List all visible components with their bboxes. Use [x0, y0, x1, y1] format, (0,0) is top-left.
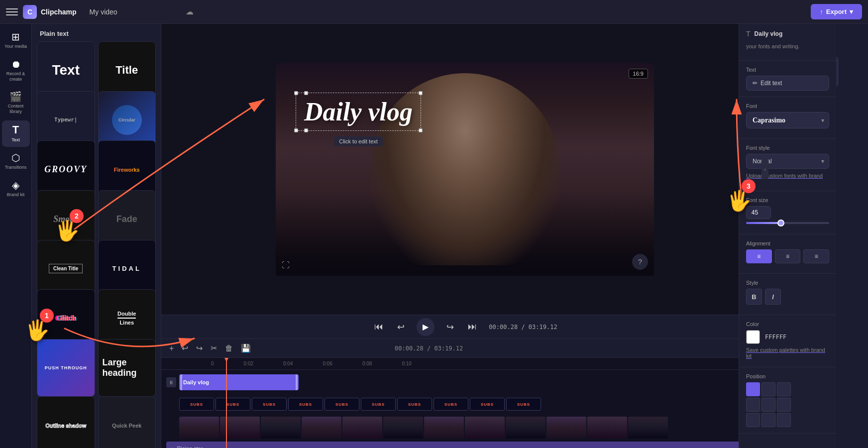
align-center-button[interactable]: ≡ [775, 249, 801, 263]
card-glitch-label: Glitch [56, 314, 76, 322]
pos-mid-right[interactable] [777, 398, 791, 412]
pos-bot-left[interactable] [746, 413, 760, 427]
card-fireworks-label: Fireworks [114, 167, 140, 173]
prop-subtitle: your fonts and writing. [746, 43, 829, 50]
pos-mid-left[interactable] [746, 398, 760, 412]
sidebar-item-your-media[interactable]: ⊞ Your media [2, 28, 30, 53]
alignment-section: Alignment ≡ ≡ ≡ [739, 234, 836, 274]
align-left-button[interactable]: ≡ [746, 249, 772, 263]
clip-name-title: Daily vlog [755, 30, 783, 37]
hamburger-icon[interactable] [6, 6, 18, 18]
audio-track[interactable]: ♪ Rising star [166, 442, 768, 448]
skip-back-button[interactable]: ⏮ [372, 320, 385, 334]
color-swatch[interactable] [746, 330, 760, 344]
save-custom-palettes-link[interactable]: Save custom palettes with brand kit [746, 347, 829, 359]
font-size-slider[interactable] [746, 222, 829, 224]
text-overlay[interactable]: Daily vlog Click to edit text [296, 93, 421, 131]
expand-icon[interactable]: ⛶ [282, 261, 290, 270]
app-name: Clipchamp [41, 8, 77, 16]
font-prop-section: Font Caprasimo Arial Georgia ▾ [739, 97, 836, 139]
play-pause-button[interactable]: ▶ [417, 318, 434, 336]
font-style-section: Font style Normal Bold Italic ▾ Upload c… [739, 139, 836, 191]
template-large-heading[interactable]: Large heading [98, 339, 156, 397]
card-groovy-label: GROOVY [44, 164, 87, 175]
skip-forward-button[interactable]: ⏭ [466, 320, 479, 334]
pos-mid-center[interactable] [761, 398, 775, 412]
ruler-marks: 0 0:02 0:04 0:06 0:08 0:10 [211, 361, 768, 366]
export-dropdown-icon: ▾ [850, 8, 853, 15]
track-pause-icon[interactable]: ⏸ [166, 377, 176, 387]
cloud-save-icon: ☁ [186, 7, 194, 16]
forward-5s-button[interactable]: ↪ [444, 320, 456, 335]
subs-item-7: SUBS [397, 398, 432, 411]
preview-container[interactable]: Daily vlog Click to edit text 16:9 ? ⛶ [276, 63, 654, 276]
video-thumbnails-row [166, 417, 768, 440]
handle-tm [304, 91, 308, 95]
pos-bot-right[interactable] [777, 413, 791, 427]
italic-button[interactable]: I [765, 289, 781, 305]
clip-left-handle[interactable] [180, 374, 182, 390]
thumb-4 [302, 417, 341, 439]
sidebar-item-text[interactable]: T Text [2, 120, 30, 147]
cut-button[interactable]: ✂ [209, 341, 219, 355]
clipchamp-logo: C [23, 5, 37, 19]
template-fade[interactable]: Fade [98, 190, 156, 248]
card-title-label: Title [115, 64, 138, 77]
align-right-button[interactable]: ≡ [803, 249, 829, 263]
panel-header: Plain text [32, 24, 161, 41]
your-media-label: Your media [4, 44, 27, 49]
time-display: 00:00.28 / 03:19.12 [489, 324, 557, 331]
preview-area: Daily vlog Click to edit text 16:9 ? ⛶ ‹ [161, 24, 768, 315]
sidebar-item-record[interactable]: ⏺ Record &create [2, 55, 30, 86]
content-label: Content library [4, 104, 28, 114]
alignment-label: Alignment [746, 240, 829, 246]
font-select[interactable]: Caprasimo Arial Georgia [746, 112, 829, 128]
aspect-ratio-badge: 16:9 [629, 69, 648, 79]
text-clip-track: ⏸ Daily vlog [166, 373, 768, 392]
collapse-panel-arrow[interactable]: ‹ [761, 159, 768, 179]
undo-button[interactable]: ↩ [180, 341, 190, 355]
help-badge[interactable]: ? [632, 254, 648, 270]
clip-daily-vlog[interactable]: Daily vlog [179, 374, 299, 390]
sidebar-item-brand[interactable]: ◈ Brand kit [2, 176, 30, 202]
pos-top-center[interactable] [761, 382, 775, 396]
sidebar-item-transitions[interactable]: ⬡ Transitions [2, 149, 30, 174]
video-thumbnails[interactable] [179, 417, 768, 440]
font-style-select[interactable]: Normal Bold Italic [746, 154, 829, 169]
ruler-mark-0: 0 [211, 361, 244, 366]
template-smoke[interactable]: Smoke [37, 190, 95, 248]
template-quick-peek[interactable]: Quick Peek [98, 396, 156, 448]
export-button[interactable]: ↑ Export ▾ [811, 4, 862, 19]
topbar-right: ↑ Export ▾ [811, 4, 862, 19]
thumb-12 [628, 417, 668, 439]
rewind-5s-button[interactable]: ↩ [395, 320, 407, 335]
template-outline-shadow[interactable]: Outline shadow [37, 396, 95, 448]
delete-button[interactable]: 🗑 [223, 342, 235, 355]
save-button[interactable]: 💾 [239, 341, 253, 355]
clip-label: Daily vlog [183, 379, 209, 385]
subs-item-6: SUBS [361, 398, 396, 411]
video-title-input[interactable] [90, 8, 177, 16]
pos-top-left[interactable] [746, 382, 760, 396]
pos-top-right[interactable] [777, 382, 791, 396]
template-push-through[interactable]: PUSH THROUGH [37, 339, 95, 397]
brand-label: Brand kit [7, 192, 25, 198]
playhead[interactable] [226, 358, 227, 448]
font-size-input[interactable] [746, 206, 771, 219]
ruler-mark-2: 0:02 [244, 361, 283, 366]
sidebar-item-content[interactable]: 🎬 Content library [2, 88, 30, 118]
thumb-1 [179, 417, 219, 439]
bold-button[interactable]: B [746, 289, 762, 305]
clip-right-handle[interactable] [296, 374, 298, 390]
text-prop-label: Text [746, 67, 829, 73]
handle-bl [294, 128, 298, 132]
slider-fill [746, 222, 779, 224]
daily-vlog-text: Daily vlog [304, 98, 413, 126]
edit-text-button[interactable]: ✏ Edit text [746, 76, 829, 91]
redo-button[interactable]: ↪ [194, 341, 205, 355]
upload-fonts-link[interactable]: Upload custom fonts with brand kit [746, 173, 829, 185]
card-circular-inner: Circular [112, 105, 142, 135]
timeline-ruler: 0 0:02 0:04 0:06 0:08 0:10 [161, 358, 768, 370]
pos-bot-center[interactable] [761, 413, 775, 427]
add-media-button[interactable]: + [167, 342, 176, 355]
